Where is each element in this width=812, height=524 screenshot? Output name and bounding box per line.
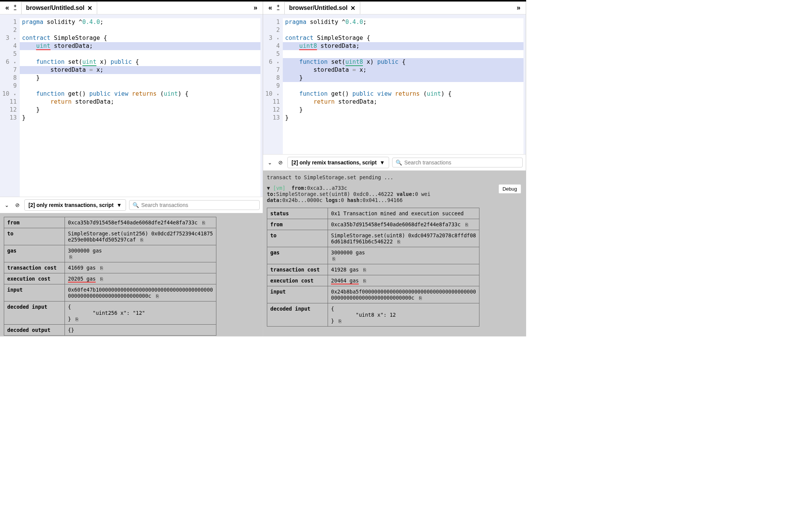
copy-icon[interactable]: ⎘	[202, 220, 205, 226]
file-tab-title: browser/Untitled.sol	[26, 5, 85, 11]
tx-pending-msg: transact to SimpleStorage.set pending ..…	[267, 172, 522, 183]
search-input[interactable]	[141, 202, 256, 208]
table-row: input0x60fe47b10000000000000000000000000…	[4, 284, 216, 301]
table-row: decoded input{ "uint256 x": "12" } ⎘	[4, 301, 216, 325]
table-row: execution cost20464 gas ⎘	[267, 275, 479, 286]
collapse-right-icon[interactable]: »	[251, 4, 260, 12]
copy-icon[interactable]: ⎘	[156, 294, 159, 299]
close-icon[interactable]: ✕	[350, 5, 355, 12]
console-clear-icon[interactable]: ⊘	[14, 201, 21, 209]
search-input[interactable]	[404, 159, 519, 166]
file-tab-title: browser/Untitled.sol	[289, 5, 348, 11]
collapse-left-icon[interactable]: «	[266, 4, 274, 12]
zoom-controls[interactable]: +−	[11, 4, 19, 12]
console-expand-icon[interactable]: ⌄	[266, 159, 274, 166]
console-search-wrap[interactable]: 🔍	[392, 158, 523, 167]
collapse-right-icon[interactable]: »	[514, 4, 523, 12]
table-row: execution cost20205 gas ⎘	[4, 273, 216, 284]
tx-table: from0xca35b7d915458ef540ade6068dfe2f44e8…	[4, 217, 216, 336]
console-bar: ⌄ ⊘ [2] only remix transactions, script …	[0, 197, 263, 213]
console-clear-icon[interactable]: ⊘	[277, 159, 284, 166]
console-filter-select[interactable]: [2] only remix transactions, script ▼	[24, 199, 126, 211]
zoom-out-icon[interactable]: −	[14, 8, 17, 12]
code-body[interactable]: pragma solidity ^0.4.0; contract SimpleS…	[283, 18, 523, 154]
console-bar: ⌄ ⊘ [2] only remix transactions, script …	[263, 154, 526, 170]
copy-icon[interactable]: ⎘	[100, 265, 103, 271]
collapse-left-icon[interactable]: «	[3, 4, 11, 12]
copy-icon[interactable]: ⎘	[100, 276, 103, 282]
close-icon[interactable]: ✕	[87, 5, 92, 12]
caret-down-icon: ▼	[380, 159, 385, 166]
caret-down-icon: ▼	[117, 202, 122, 208]
line-gutter: 123 ▾456 ▾78910 ▾111213	[0, 18, 20, 197]
search-icon: 🔍	[396, 159, 402, 166]
table-row: transaction cost41928 gas ⎘	[267, 264, 479, 275]
code-editor[interactable]: 123 ▾456 ▾78910 ▾111213 pragma solidity …	[0, 14, 263, 197]
tx-summary[interactable]: ▼ [vm] from:0xca3...a733c to:SimpleStora…	[267, 183, 522, 205]
table-row: decoded output{}	[4, 325, 216, 336]
copy-icon[interactable]: ⎘	[363, 267, 366, 273]
table-row: transaction cost41669 gas ⎘	[4, 262, 216, 273]
table-row: gas3000000 gas⎘	[4, 245, 216, 262]
table-row: toSimpleStorage.set(uint256) 0x0dcd2f752…	[4, 228, 216, 245]
table-row: toSimpleStorage.set(uint8) 0xdc04977a207…	[267, 230, 479, 247]
search-icon: 🔍	[132, 202, 139, 208]
table-row: gas3000000 gas⎘	[267, 247, 479, 264]
console-filter-label: [2] only remix transactions, script	[28, 202, 114, 208]
debug-button[interactable]: Debug	[498, 184, 521, 194]
copy-icon[interactable]: ⎘	[333, 256, 335, 262]
copy-icon[interactable]: ⎘	[339, 319, 341, 324]
console-filter-select[interactable]: [2] only remix transactions, script ▼	[287, 157, 389, 168]
console-filter-label: [2] only remix transactions, script	[292, 159, 377, 166]
console-expand-icon[interactable]: ⌄	[3, 201, 11, 209]
copy-icon[interactable]: ⎘	[465, 222, 468, 227]
table-row: from0xca35b7d915458ef540ade6068dfe2f44e8…	[267, 219, 479, 230]
table-row: status0x1 Transaction mined and executio…	[267, 208, 479, 219]
tab-bar: « +− browser/Untitled.sol ✕ »	[263, 2, 526, 14]
right-pane: « +− browser/Untitled.sol ✕ » 123 ▾456 ▾…	[263, 2, 526, 336]
copy-icon[interactable]: ⎘	[397, 239, 400, 245]
file-tab[interactable]: browser/Untitled.sol ✕	[21, 2, 98, 14]
left-pane: « +− browser/Untitled.sol ✕ » 123 ▾456 ▾…	[0, 2, 263, 336]
code-body[interactable]: pragma solidity ^0.4.0; contract SimpleS…	[20, 18, 260, 197]
table-row: decoded input{ "uint8 x": 12 } ⎘	[267, 303, 479, 327]
tx-output[interactable]: transact to SimpleStorage.set pending ..…	[263, 170, 526, 336]
table-row: input0x24b8ba5f0000000000000000000000000…	[267, 286, 479, 303]
zoom-controls[interactable]: +−	[274, 4, 282, 12]
copy-icon[interactable]: ⎘	[363, 278, 366, 284]
caret-down-icon[interactable]: ▼	[267, 185, 270, 191]
console-search-wrap[interactable]: 🔍	[129, 200, 260, 210]
copy-icon[interactable]: ⎘	[140, 237, 143, 243]
file-tab[interactable]: browser/Untitled.sol ✕	[284, 2, 361, 14]
zoom-out-icon[interactable]: −	[277, 8, 280, 12]
line-gutter: 123 ▾456 ▾78910 ▾111213	[263, 18, 283, 154]
tx-table: status0x1 Transaction mined and executio…	[267, 208, 479, 327]
tx-output[interactable]: from0xca35b7d915458ef540ade6068dfe2f44e8…	[0, 213, 263, 336]
copy-icon[interactable]: ⎘	[69, 254, 72, 260]
copy-icon[interactable]: ⎘	[76, 317, 78, 322]
table-row: from0xca35b7d915458ef540ade6068dfe2f44e8…	[4, 217, 216, 228]
code-editor[interactable]: 123 ▾456 ▾78910 ▾111213 pragma solidity …	[263, 14, 526, 154]
copy-icon[interactable]: ⎘	[419, 295, 422, 301]
tab-bar: « +− browser/Untitled.sol ✕ »	[0, 2, 263, 14]
